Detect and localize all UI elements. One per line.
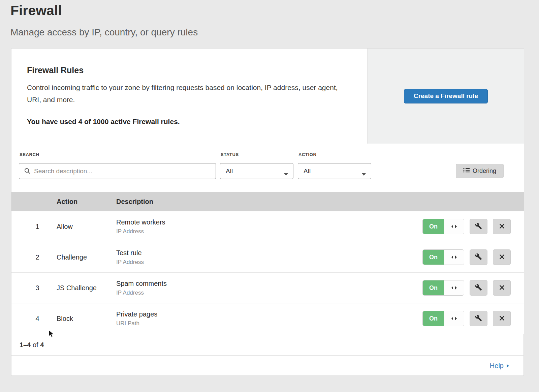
- rule-description-title: Spam comments: [116, 280, 167, 288]
- ordering-button[interactable]: Ordering: [456, 164, 504, 178]
- status-select[interactable]: All: [220, 163, 293, 179]
- table-row: 2 Challenge Test rule IP Address On: [11, 242, 524, 273]
- delete-rule-button[interactable]: [493, 219, 511, 234]
- pagination-of: of: [33, 341, 38, 349]
- status-select-value: All: [226, 168, 233, 175]
- column-header-description: Description: [116, 198, 153, 205]
- help-link[interactable]: Help: [490, 362, 509, 370]
- toggle-on-label: On: [423, 311, 444, 326]
- rule-action: Block: [57, 315, 73, 323]
- rule-description-title: Remote workers: [116, 218, 165, 226]
- help-link-label: Help: [490, 362, 504, 370]
- close-icon: [499, 284, 505, 292]
- rule-description-title: Private pages: [116, 310, 157, 318]
- card-heading: Firewall Rules: [27, 65, 84, 75]
- create-rule-panel: Create a Firewall rule: [367, 49, 524, 144]
- toggle-arrows-icon: [444, 219, 464, 234]
- search-label: SEARCH: [20, 152, 39, 157]
- search-input[interactable]: [19, 163, 216, 179]
- rule-controls: On: [422, 280, 511, 296]
- rule-enabled-toggle[interactable]: On: [422, 249, 464, 265]
- rule-priority: 1: [32, 223, 42, 231]
- search-field-wrap: [19, 163, 216, 179]
- rule-description: Private pages URI Path: [116, 310, 157, 327]
- chevron-down-icon: [361, 170, 366, 178]
- rule-controls: On: [422, 219, 511, 234]
- ordering-list-icon: [463, 168, 470, 175]
- firewall-rules-intro: Firewall Rules Control incoming traffic …: [11, 49, 367, 144]
- column-header-action: Action: [57, 198, 77, 205]
- rule-enabled-toggle[interactable]: On: [422, 311, 464, 326]
- edit-rule-button[interactable]: [470, 249, 487, 265]
- action-label: ACTION: [298, 152, 316, 157]
- page-title: Firewall: [10, 3, 62, 19]
- rule-priority: 3: [32, 284, 42, 292]
- toggle-on-label: On: [423, 219, 444, 234]
- close-icon: [499, 254, 505, 261]
- card-footer: Help: [11, 355, 524, 376]
- rule-description: Test rule IP Address: [116, 249, 144, 266]
- table-row: 3 JS Challenge Spam comments IP Address …: [11, 273, 524, 303]
- pagination-range: 1–4: [20, 341, 31, 349]
- table-header: Action Description: [11, 192, 524, 211]
- rule-controls: On: [422, 249, 511, 265]
- wrench-icon: [475, 253, 482, 261]
- chevron-down-icon: [284, 170, 288, 178]
- rule-description: Remote workers IP Address: [116, 218, 165, 235]
- rule-enabled-toggle[interactable]: On: [422, 219, 464, 234]
- delete-rule-button[interactable]: [493, 280, 511, 296]
- wrench-icon: [475, 314, 482, 323]
- status-label: STATUS: [221, 152, 239, 157]
- rule-action: Challenge: [57, 253, 87, 261]
- rule-match-type: URI Path: [116, 320, 157, 327]
- rule-priority: 4: [32, 315, 42, 323]
- pagination-total: 4: [40, 341, 44, 349]
- rule-controls: On: [422, 311, 511, 326]
- table-row: 1 Allow Remote workers IP Address On: [11, 211, 524, 242]
- edit-rule-button[interactable]: [470, 311, 487, 326]
- rule-action: JS Challenge: [57, 284, 97, 292]
- rule-action: Allow: [57, 223, 73, 231]
- rule-priority: 2: [32, 253, 42, 261]
- search-icon: [24, 168, 31, 176]
- rule-match-type: IP Address: [116, 228, 165, 235]
- filters-bar: SEARCH STATUS All ACTION All: [11, 144, 524, 192]
- create-firewall-rule-button[interactable]: Create a Firewall rule: [404, 89, 488, 103]
- rule-match-type: IP Address: [116, 290, 167, 296]
- wrench-icon: [475, 284, 482, 292]
- rule-description-title: Test rule: [116, 249, 144, 257]
- edit-rule-button[interactable]: [470, 219, 487, 234]
- table-row: 4 Block Private pages URI Path On: [11, 303, 524, 334]
- ordering-button-label: Ordering: [473, 168, 496, 175]
- card-description: Control incoming traffic to your zone by…: [27, 82, 346, 106]
- toggle-arrows-icon: [444, 280, 464, 295]
- close-icon: [499, 315, 505, 322]
- close-icon: [499, 223, 505, 230]
- rule-enabled-toggle[interactable]: On: [422, 280, 464, 296]
- wrench-icon: [475, 222, 482, 231]
- delete-rule-button[interactable]: [493, 249, 511, 265]
- pagination-summary: 1–4 of 4: [20, 341, 44, 349]
- toggle-arrows-icon: [444, 311, 464, 326]
- firewall-rules-card: Firewall Rules Control incoming traffic …: [11, 48, 524, 376]
- action-select-value: All: [304, 168, 311, 175]
- toggle-on-label: On: [423, 250, 444, 265]
- rules-usage-text: You have used 4 of 1000 active Firewall …: [27, 118, 180, 126]
- toggle-arrows-icon: [444, 250, 464, 265]
- delete-rule-button[interactable]: [493, 311, 511, 326]
- toggle-on-label: On: [423, 280, 444, 295]
- page-subtitle: Manage access by IP, country, or query r…: [10, 27, 198, 38]
- help-arrow-icon: [506, 362, 509, 370]
- rule-match-type: IP Address: [116, 259, 144, 266]
- action-select[interactable]: All: [298, 163, 371, 179]
- edit-rule-button[interactable]: [470, 280, 487, 296]
- rules-list: 1 Allow Remote workers IP Address On: [11, 211, 524, 334]
- rule-description: Spam comments IP Address: [116, 280, 167, 296]
